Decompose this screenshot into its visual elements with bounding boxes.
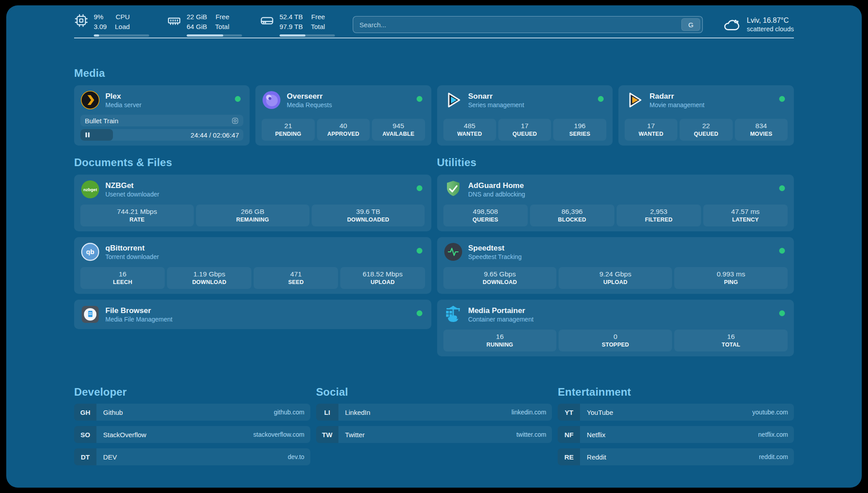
status-dot [779, 96, 785, 102]
playback-time: 24:44 / 02:06:47 [191, 131, 243, 139]
bookmark-url: linkedin.com [512, 409, 552, 416]
stat-queued: 17 QUEUED [498, 119, 551, 141]
bookmark-github[interactable]: GH Github github.com [74, 404, 310, 421]
app-card-overseerr: Overseerr Media Requests 21 PENDING 40 A… [255, 85, 431, 146]
overseerr-icon [262, 90, 281, 110]
bookmarks-social: Social LI LinkedIn linkedin.com TW Twitt… [316, 386, 552, 465]
status-dot [417, 310, 422, 316]
app-adguard[interactable]: AdGuard Home DNS and adblocking [443, 180, 788, 199]
disk-total-label: Total [311, 22, 325, 31]
stat-running: 16 RUNNING [443, 330, 557, 351]
app-qbittorrent[interactable]: qb qBittorrent Torrent downloader [80, 242, 425, 262]
bookmark-dev[interactable]: DT DEV dev.to [74, 448, 310, 465]
stats-row: 744.21 Mbps RATE 266 GB REMAINING 39.6 T… [80, 199, 425, 226]
cloud-icon [722, 15, 741, 34]
bookmark-youtube[interactable]: YT YouTube youtube.com [558, 404, 794, 421]
bookmark-name: Github [96, 409, 123, 416]
stat-download: 1.19 Gbps DOWNLOAD [167, 267, 251, 289]
stat-ping: 0.993 ms PING [674, 267, 788, 289]
search-engine-button[interactable]: G [681, 18, 700, 31]
app-speedtest[interactable]: Speedtest Speedtest Tracking [443, 242, 788, 262]
playback-progress-bar: 24:44 / 02:06:47 [80, 129, 243, 141]
app-card-radarr: Radarr Movie management 17 WANTED 22 QUE… [618, 85, 794, 146]
top-bar: 9% CPU 3.09 Load 22 GiB Free 64 GiB Tota… [74, 5, 794, 33]
pause-icon[interactable] [85, 132, 90, 138]
app-subtitle: Movie management [650, 101, 705, 109]
app-card-plex: Plex Media server Bullet Train 24:44 / 0… [74, 85, 250, 146]
bookmark-url: youtube.com [752, 409, 794, 416]
section-title-documents: Documents & Files [74, 156, 431, 169]
bookmark-url: dev.to [288, 453, 310, 460]
bookmark-url: twitter.com [516, 431, 552, 438]
now-playing-title: Bullet Train [85, 117, 118, 125]
stats-row: 485 WANTED 17 QUEUED 196 SERIES [443, 113, 606, 141]
disk-progress-bar [280, 34, 335, 37]
stat-wanted: 485 WANTED [443, 119, 496, 141]
stat-available: 945 AVAILABLE [372, 119, 425, 141]
app-filebrowser[interactable]: File Browser Media File Management [80, 305, 425, 324]
section-title-social: Social [316, 386, 552, 398]
bookmark-netflix[interactable]: NF Netflix netflix.com [558, 426, 794, 443]
bookmark-linkedin[interactable]: LI LinkedIn linkedin.com [316, 404, 552, 421]
app-name: qBittorrent [105, 243, 159, 253]
topbar-divider [74, 38, 794, 38]
app-card-speedtest: Speedtest Speedtest Tracking 9.65 Gbps D… [437, 237, 794, 294]
app-card-portainer: Media Portainer Container management 16 … [437, 300, 794, 356]
stat-upload: 9.24 Gbps UPLOAD [559, 267, 672, 289]
cpu-progress-bar [94, 34, 149, 37]
search-input[interactable] [359, 21, 681, 29]
stats-row: 16 LEECH 1.19 Gbps DOWNLOAD 471 SEED 618… [80, 262, 425, 289]
app-subtitle: Media File Management [105, 316, 172, 323]
bookmark-name: DEV [96, 453, 117, 461]
status-dot [779, 185, 785, 191]
stat-latency: 47.57 ms LATENCY [703, 205, 788, 226]
app-name: Overseerr [287, 92, 332, 101]
status-dot [598, 96, 604, 102]
stat-downloaded: 39.6 TB DOWNLOADED [312, 205, 425, 226]
playback-elapsed [80, 129, 113, 141]
stats-row: 21 PENDING 40 APPROVED 945 AVAILABLE [262, 113, 425, 141]
stat-stopped: 0 STOPPED [559, 330, 672, 351]
app-name: Radarr [650, 92, 705, 101]
app-name: NZBGet [105, 181, 159, 190]
bookmark-url: github.com [274, 409, 310, 416]
media-cards-row: Plex Media server Bullet Train 24:44 / 0… [74, 85, 794, 146]
cpu-usage-value: 9% [94, 13, 107, 21]
session-info-icon[interactable] [231, 117, 239, 125]
app-card-qbittorrent: qb qBittorrent Torrent downloader 16 LEE… [74, 237, 431, 294]
section-title-media: Media [74, 67, 794, 79]
stat-pending: 21 PENDING [262, 119, 314, 141]
speedtest-icon [443, 242, 463, 262]
bookmark-stackoverflow[interactable]: SO StackOverflow stackoverflow.com [74, 426, 310, 443]
cpu-usage-label: CPU [115, 13, 129, 21]
bookmark-twitter[interactable]: TW Twitter twitter.com [316, 426, 552, 443]
app-overseerr[interactable]: Overseerr Media Requests [262, 90, 425, 110]
app-card-sonarr: Sonarr Series management 485 WANTED 17 Q… [437, 85, 613, 146]
app-name: Speedtest [468, 243, 522, 253]
now-playing-row: Bullet Train [80, 115, 243, 126]
app-radarr[interactable]: Radarr Movie management [625, 90, 788, 110]
search-bar[interactable]: G [353, 16, 703, 33]
bookmark-abbr: NF [558, 426, 580, 443]
weather-summary: Lviv, 16.87°C [747, 17, 794, 25]
utilities-column: Utilities AdGuard Home [437, 156, 794, 356]
bookmark-url: reddit.com [759, 453, 794, 460]
stats-row: 16 RUNNING 0 STOPPED 16 TOTAL [443, 324, 788, 351]
section-title-developer: Developer [74, 386, 310, 398]
app-card-filebrowser: File Browser Media File Management [74, 300, 431, 329]
plex-icon [80, 90, 100, 110]
memory-total-label: Total [215, 22, 230, 31]
bookmark-name: Twitter [338, 431, 365, 439]
app-subtitle: Series management [468, 101, 524, 109]
cpu-widget: 9% CPU 3.09 Load [74, 13, 151, 37]
app-plex[interactable]: Plex Media server [80, 90, 243, 110]
app-nzbget[interactable]: nzbget NZBGet Usenet downloader [80, 180, 425, 199]
weather-widget: Lviv, 16.87°C scattered clouds [722, 15, 794, 34]
section-title-entertainment: Entertainment [558, 386, 794, 398]
status-dot [417, 96, 422, 102]
bookmark-reddit[interactable]: RE Reddit reddit.com [558, 448, 794, 465]
app-portainer[interactable]: Media Portainer Container management [443, 305, 788, 324]
adguard-icon [443, 180, 463, 199]
app-sonarr[interactable]: Sonarr Series management [443, 90, 606, 110]
app-subtitle: Usenet downloader [105, 191, 159, 198]
